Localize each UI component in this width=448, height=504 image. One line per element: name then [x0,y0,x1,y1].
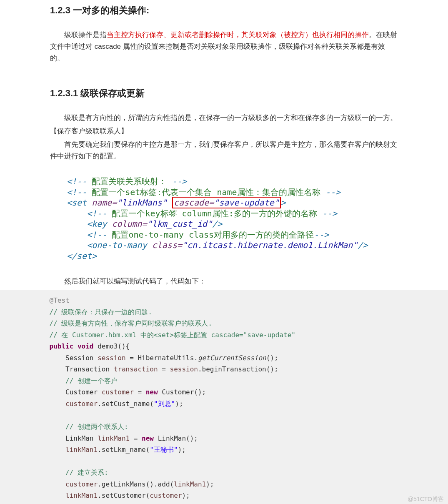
name-attr: name= [87,198,117,208]
text: .setLkm_name( [98,446,150,454]
text: .getLinkMans().add( [98,480,174,488]
var-customer: customer [150,491,182,499]
text: .setCust_name( [98,400,154,408]
column-attr: column= [107,219,147,229]
tag-close: > [281,198,286,208]
paragraph-4: 然后我们就可以编写测试代码了，代码如下： [50,276,398,287]
watermark: @51CTO博客 [408,496,444,503]
paragraph-1: 级联操作是指当主控方执行保存、更新或者删除操作时，其关联对象（被控方）也执行相同… [50,29,398,64]
keyword-public: public [50,342,74,350]
java-comment: // 在 Customer.hbm.xml 中的<set>标签上配置 casca… [50,331,295,339]
set-tag-close: </set> [67,251,97,261]
java-comment: // 创建两个联系人: [65,423,128,431]
var-linkman1: linkMan1 [65,491,98,499]
section-heading-2: 1.2.3.1 级联保存或更新 [50,87,398,100]
text: Transaction [65,365,114,373]
name-value: "linkMans" [117,198,167,208]
page: 1.2.3 一对多的相关操作: 级联操作是指当主控方执行保存、更新或者删除操作时… [0,0,448,504]
text: = [134,388,146,396]
highlight-text: 当主控方执行保存、更新或者删除操作时，其关联对象（被控方）也执行相同的操作 [107,31,369,39]
text: ); [175,400,183,408]
var-linkman1: linkMan1 [98,434,130,442]
text: Customer [65,388,102,396]
java-code-block: @Test // 级联保存：只保存一边的问题. // 级联是有方向性，保存客户同… [0,290,448,504]
text: 级联操作是指 [64,31,107,39]
keyword-new: new [142,434,154,442]
cascade-highlight-box: cascade="save-update" [172,197,281,208]
string-literal: "刘总" [154,400,175,408]
self-close: /> [212,219,222,229]
method-sig: demo3(){ [94,342,130,350]
var-linkman1: linkMan1 [174,480,206,488]
class-value: "cn.itcast.hibernate.demo1.LinkMan" [182,240,358,250]
text: Customer(); [158,388,206,396]
var-customer: customer [65,400,98,408]
xml-comment-delim: <!-- [87,208,112,218]
var-customer: customer [102,388,134,396]
text: ); [178,446,186,454]
java-comment: // 级联是有方向性，保存客户同时级联客户的联系人. [50,319,213,327]
one-to-many-tag: <one-to-many [87,240,147,250]
paragraph-2: 级联是有方向性的，所谓的方向性指的是，在保存一的一方级联多的一方和在保存多的一方… [50,112,398,124]
java-comment: // 建立关系: [65,469,108,476]
java-comment: // 级联保存：只保存一边的问题. [50,308,153,316]
xml-comment-delim: <!-- [87,230,112,240]
keyword-void: void [78,342,94,350]
xml-comment-delim: --> [167,176,187,186]
section-heading-1: 1.2.3 一对多的相关操作: [50,4,398,17]
xml-comment: 配置one-to-many class对用多的一方的类的全路径 [112,230,314,240]
static-call: getCurrentSession [198,354,266,362]
keyword-new: new [146,388,158,396]
var-linkman1: linkMan1 [65,446,98,454]
text: (); [266,354,278,362]
xml-comment: 配置一个set标签:代表一个集合 name属性：集合的属性名称 [92,187,320,197]
java-comment: // 创建一个客户 [65,377,118,385]
cascade-attr: cascade= [174,198,214,208]
string-literal: "王秘书" [150,446,178,454]
text: Session [65,354,98,362]
set-tag-open: <set [67,198,87,208]
text: ); [182,491,190,499]
text: ); [206,480,214,488]
key-tag: <key [87,219,107,229]
text: = [130,434,142,442]
text: LinkMan(); [154,434,198,442]
var-customer: customer [65,480,98,488]
text: = [158,365,170,373]
annotation: @Test [50,296,70,304]
xml-comment: 配置关联关系映射： [92,176,167,186]
xml-comment-delim: --> [320,187,340,197]
xml-comment-delim: --> [314,230,329,240]
article-content: 1.2.3 一对多的相关操作: 级联操作是指当主控方执行保存、更新或者删除操作时… [0,0,448,287]
self-close: /> [358,240,368,250]
var-session: session [170,365,198,373]
bracket-heading: 【保存客户级联联系人】 [50,125,398,137]
text: .setCustomer( [98,491,150,499]
class-attr: class= [147,240,182,250]
var-session: session [98,354,125,362]
xml-comment-delim: <!-- [67,176,92,186]
text: LinkMan [65,434,98,442]
column-value: "lkm_cust_id" [147,219,213,229]
xml-comment: 配置一个key标签 column属性:多的一方的外键的名称 [112,208,317,218]
var-transaction: transaction [114,365,158,373]
text: .beginTransaction(); [198,365,278,373]
xml-comment-delim: --> [317,208,337,218]
cascade-value: "save-update" [214,198,279,208]
text: = HibernateUtils. [126,354,198,362]
xml-comment-delim: <!-- [67,187,92,197]
paragraph-3: 首先要确定我们要保存的主控方是那一方，我们要保存客户，所以客户是主控方，那么需要… [50,139,398,162]
xml-mapping-snippet: <!-- 配置关联关系映射： --> <!-- 配置一个set标签:代表一个集合… [67,165,398,272]
